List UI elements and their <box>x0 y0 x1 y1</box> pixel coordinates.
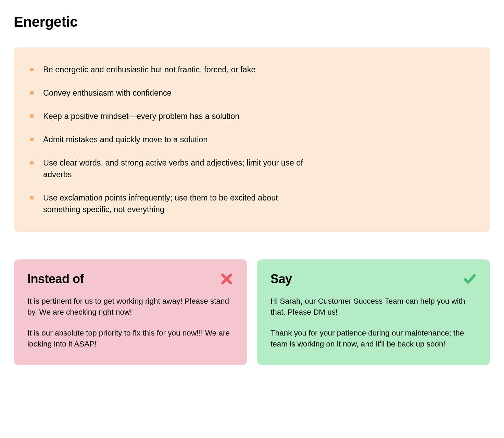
example-title-bad: Instead of <box>27 272 84 286</box>
guidelines-card: Be energetic and enthusiastic but not fr… <box>14 47 490 232</box>
check-icon <box>463 272 477 286</box>
guideline-item: Use exclamation points infrequently; use… <box>30 192 311 215</box>
example-paragraph: Hi Sarah, our Customer Success Team can … <box>270 296 477 318</box>
example-paragraph: Thank you for your patience during our m… <box>270 328 477 350</box>
guideline-item: Convey enthusiasm with confidence <box>30 87 311 99</box>
example-body-bad: It is pertinent for us to get working ri… <box>27 296 234 350</box>
guidelines-list: Be energetic and enthusiastic but not fr… <box>30 64 311 216</box>
example-card-good: Say Hi Sarah, our Customer Success Team … <box>257 259 490 365</box>
example-paragraph: It is our absolute top priority to fix t… <box>27 328 234 350</box>
example-header-bad: Instead of <box>27 272 234 286</box>
guideline-item: Admit mistakes and quickly move to a sol… <box>30 134 311 145</box>
guideline-item: Be energetic and enthusiastic but not fr… <box>30 64 311 75</box>
guideline-item: Use clear words, and strong active verbs… <box>30 157 311 180</box>
page-title: Energetic <box>14 14 490 30</box>
example-header-good: Say <box>270 272 477 286</box>
example-title-good: Say <box>270 272 292 286</box>
example-paragraph: It is pertinent for us to get working ri… <box>27 296 234 318</box>
x-icon <box>220 272 234 286</box>
example-body-good: Hi Sarah, our Customer Success Team can … <box>270 296 477 350</box>
example-card-bad: Instead of It is pertinent for us to get… <box>14 259 247 365</box>
guideline-item: Keep a positive mindset—every problem ha… <box>30 110 311 122</box>
examples-row: Instead of It is pertinent for us to get… <box>14 259 490 365</box>
